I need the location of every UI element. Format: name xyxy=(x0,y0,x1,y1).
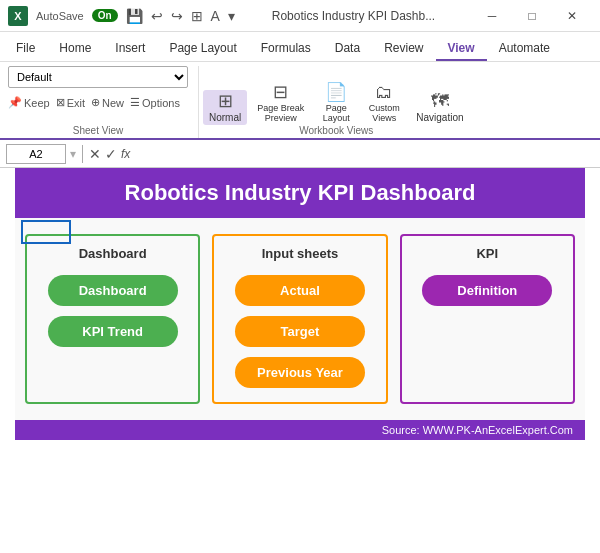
tab-home[interactable]: Home xyxy=(47,37,103,61)
formula-bar: ▾ ✕ ✓ fx xyxy=(0,140,600,168)
autosave-label: AutoSave xyxy=(36,10,84,22)
redo-icon[interactable]: ↪ xyxy=(171,8,183,24)
tab-insert[interactable]: Insert xyxy=(103,37,157,61)
page-break-button[interactable]: ⊟ Page BreakPreview xyxy=(251,81,310,125)
navigation-label: Navigation xyxy=(416,112,463,123)
kpi-trend-button[interactable]: KPI Trend xyxy=(48,316,178,347)
exit-icon: ⊠ xyxy=(56,96,65,109)
sheet-view-dropdown[interactable]: Default xyxy=(8,66,188,88)
page-break-label: Page BreakPreview xyxy=(257,103,304,123)
kpi-section-title: KPI xyxy=(476,246,498,261)
input-sheets-title: Input sheets xyxy=(262,246,339,261)
dashboard-header: Robotics Industry KPI Dashboard xyxy=(15,168,585,218)
cell-ref-arrow: ▾ xyxy=(70,147,76,161)
custom-views-label: CustomViews xyxy=(369,103,400,123)
dashboard-button[interactable]: Dashboard xyxy=(48,275,178,306)
navigation-icon: 🗺 xyxy=(431,92,449,110)
exit-button[interactable]: ⊠ Exit xyxy=(56,96,85,109)
ribbon-content: Default 📌 Keep ⊠ Exit ⊕ New ☰ Options xyxy=(0,62,600,140)
sheet-view-group: Default 📌 Keep ⊠ Exit ⊕ New ☰ Options xyxy=(8,66,199,138)
font-color-icon[interactable]: A xyxy=(211,8,220,24)
navigation-button[interactable]: 🗺 Navigation xyxy=(410,90,469,125)
minimize-button[interactable]: ─ xyxy=(472,0,512,32)
tab-file[interactable]: File xyxy=(4,37,47,61)
window-title: Robotics Industry KPI Dashb... xyxy=(243,9,464,23)
definition-button[interactable]: Definition xyxy=(422,275,552,306)
keep-icon: 📌 xyxy=(8,96,22,109)
previous-year-button[interactable]: Previous Year xyxy=(235,357,365,388)
workbook-views-label: Workbook Views xyxy=(203,125,470,138)
sheet-area: Robotics Industry KPI Dashboard Dashboar… xyxy=(0,168,600,553)
page-layout-icon: 📄 xyxy=(325,83,347,101)
confirm-formula-icon[interactable]: ✓ xyxy=(105,146,117,162)
new-icon: ⊕ xyxy=(91,96,100,109)
normal-view-button[interactable]: ⊞ Normal xyxy=(203,90,247,125)
page-layout-label: PageLayout xyxy=(323,103,350,123)
page-break-icon: ⊟ xyxy=(273,83,288,101)
tab-review[interactable]: Review xyxy=(372,37,435,61)
maximize-button[interactable]: □ xyxy=(512,0,552,32)
autosave-toggle[interactable]: On xyxy=(92,9,118,22)
tab-data[interactable]: Data xyxy=(323,37,372,61)
ribbon-tabs: File Home Insert Page Layout Formulas Da… xyxy=(0,32,600,62)
custom-views-icon: 🗂 xyxy=(375,83,393,101)
workbook-views-group: ⊞ Normal ⊟ Page BreakPreview 📄 PageLayou… xyxy=(203,66,480,138)
cell-reference-input[interactable] xyxy=(6,144,66,164)
window-controls: ─ □ ✕ xyxy=(472,0,592,32)
dashboard-section-title: Dashboard xyxy=(79,246,147,261)
fx-label: fx xyxy=(121,147,130,161)
save-icon[interactable]: 💾 xyxy=(126,8,143,24)
new-sheet-view-button[interactable]: ⊕ New xyxy=(91,96,124,109)
actual-button[interactable]: Actual xyxy=(235,275,365,306)
normal-view-label: Normal xyxy=(209,112,241,123)
normal-view-icon: ⊞ xyxy=(218,92,233,110)
input-sheets-section: Input sheets Actual Target Previous Year xyxy=(212,234,387,404)
close-button[interactable]: ✕ xyxy=(552,0,592,32)
formula-divider xyxy=(82,145,83,163)
more-icon[interactable]: ▾ xyxy=(228,8,235,24)
options-button[interactable]: ☰ Options xyxy=(130,96,180,109)
undo-icon[interactable]: ↩ xyxy=(151,8,163,24)
tab-view[interactable]: View xyxy=(436,37,487,61)
sheet-view-buttons: 📌 Keep ⊠ Exit ⊕ New ☰ Options xyxy=(8,96,180,109)
excel-icon: X xyxy=(8,6,28,26)
tab-formulas[interactable]: Formulas xyxy=(249,37,323,61)
kpi-section: KPI Definition xyxy=(400,234,575,404)
options-icon: ☰ xyxy=(130,96,140,109)
dashboard-footer: Source: WWW.PK-AnExcelExpert.Com xyxy=(15,420,585,440)
target-button[interactable]: Target xyxy=(235,316,365,347)
grid-icon[interactable]: ⊞ xyxy=(191,8,203,24)
keep-button[interactable]: 📌 Keep xyxy=(8,96,50,109)
title-bar: X AutoSave On 💾 ↩ ↪ ⊞ A ▾ Robotics Indus… xyxy=(0,0,600,32)
dashboard-section: Dashboard Dashboard KPI Trend xyxy=(25,234,200,404)
page-layout-button[interactable]: 📄 PageLayout xyxy=(314,81,358,125)
tab-page-layout[interactable]: Page Layout xyxy=(157,37,248,61)
formula-input[interactable] xyxy=(134,144,594,164)
dashboard-body: Dashboard Dashboard KPI Trend Input shee… xyxy=(15,218,585,420)
sheet-view-label: Sheet View xyxy=(8,125,188,138)
cancel-formula-icon[interactable]: ✕ xyxy=(89,146,101,162)
custom-views-button[interactable]: 🗂 CustomViews xyxy=(362,81,406,125)
tab-automate[interactable]: Automate xyxy=(487,37,562,61)
